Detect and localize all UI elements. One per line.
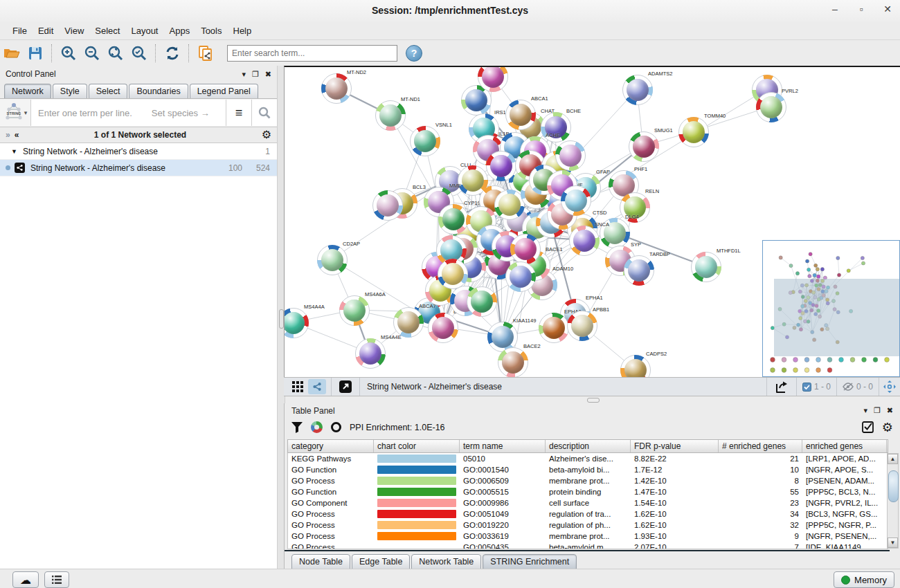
- network-node-mt-nd2[interactable]: MT-ND2: [321, 73, 352, 104]
- table-vertical-scrollbar[interactable]: ▲ ▼: [887, 453, 899, 549]
- tab-style[interactable]: Style: [53, 84, 87, 98]
- collapse-triangle-icon[interactable]: ▼: [11, 148, 17, 155]
- network-node-smug1[interactable]: SMUG1: [629, 131, 659, 162]
- selected-checkbox-icon[interactable]: [802, 383, 811, 392]
- cloud-tasks-button[interactable]: ☁: [12, 571, 39, 588]
- network-node-bin1[interactable]: BIN1: [428, 313, 458, 343]
- network-node-tardbp[interactable]: TARDBP: [624, 255, 654, 286]
- table-row[interactable]: GO ProcessGO:0019220regulation of ph...1…: [288, 520, 888, 531]
- network-node-abca7[interactable]: ABCA7: [393, 307, 424, 338]
- table-row[interactable]: GO ProcessGO:0006509membrane prot...1.42…: [288, 475, 888, 486]
- panel-float-icon[interactable]: ❐: [874, 406, 881, 415]
- network-node-snca[interactable]: SNCA: [569, 226, 600, 256]
- select-columns-icon[interactable]: [862, 421, 874, 433]
- export-network-button[interactable]: [772, 379, 791, 394]
- ring-chart-icon[interactable]: [331, 422, 341, 432]
- network-node[interactable]: [372, 190, 403, 221]
- column-header-enriched-genes[interactable]: enriched genes: [802, 440, 887, 452]
- tab-edge-table[interactable]: Edge Table: [352, 554, 410, 569]
- string-options-button[interactable]: ≡: [226, 100, 251, 126]
- network-collection-row[interactable]: ▼ String Network - Alzheimer's disease 1: [0, 143, 277, 160]
- network-node-pvrl2[interactable]: PVRL2: [756, 92, 786, 122]
- table-row[interactable]: GO FunctionGO:0005515protein binding1.47…: [288, 486, 888, 497]
- network-node-cyp19a1[interactable]: CYP19A1: [438, 204, 469, 235]
- memory-button[interactable]: Memory: [834, 571, 894, 588]
- collapse-all-icon[interactable]: »: [6, 130, 10, 140]
- table-row[interactable]: GO ProcessGO:0051049regulation of tra...…: [288, 508, 888, 520]
- network-node-apbb1[interactable]: APBB1: [567, 311, 597, 341]
- open-in-browser-button[interactable]: [336, 379, 354, 394]
- network-options-gear-icon[interactable]: ⚙: [262, 129, 271, 140]
- tab-node-table[interactable]: Node Table: [291, 554, 350, 569]
- tab-string-enrichment[interactable]: STRING Enrichment: [483, 554, 577, 569]
- set-species-hint[interactable]: Set species →: [152, 108, 210, 118]
- hidden-eye-icon[interactable]: [843, 383, 854, 391]
- menu-file[interactable]: File: [7, 24, 33, 38]
- string-search-button[interactable]: [251, 100, 277, 126]
- birds-eye-navigator[interactable]: [762, 240, 900, 377]
- network-node[interactable]: [467, 286, 497, 317]
- open-session-button[interactable]: [1, 43, 23, 64]
- network-node-ms4a6a[interactable]: MS4A6A: [339, 295, 370, 326]
- menu-select[interactable]: Select: [89, 24, 125, 38]
- table-settings-gear-icon[interactable]: ⚙: [882, 421, 893, 434]
- help-button[interactable]: ?: [406, 45, 422, 62]
- zoom-in-button[interactable]: [57, 43, 80, 64]
- network-node-epha3[interactable]: EPHA3: [539, 313, 569, 343]
- network-canvas[interactable]: MT-ND2MT-ND1VSNL1GAB2ADAMTS2PVRL2SMUG1TO…: [284, 66, 900, 377]
- scrollbar-thumb[interactable]: [888, 470, 899, 502]
- menu-help[interactable]: Help: [228, 24, 258, 38]
- search-input[interactable]: [227, 45, 397, 62]
- column-header-category[interactable]: category: [288, 440, 374, 452]
- network-node-vsnl1[interactable]: VSNL1: [410, 126, 440, 156]
- filter-funnel-icon[interactable]: [291, 422, 303, 433]
- refresh-button[interactable]: [161, 43, 183, 64]
- network-node[interactable]: [486, 151, 516, 181]
- tab-network[interactable]: Network: [4, 84, 51, 98]
- panel-close-icon[interactable]: ✖: [887, 406, 893, 415]
- scroll-down-icon[interactable]: ▼: [888, 538, 898, 548]
- tab-network-table[interactable]: Network Table: [411, 554, 481, 569]
- zoom-fit-button[interactable]: [105, 43, 127, 64]
- network-node-mthfd1l[interactable]: MTHFD1L: [691, 252, 721, 282]
- grid-view-button[interactable]: [289, 379, 307, 394]
- network-node-adamts2[interactable]: ADAMTS2: [622, 75, 653, 105]
- navigator-viewport-rect[interactable]: [774, 279, 899, 356]
- maximize-icon[interactable]: ▫: [856, 3, 867, 15]
- menu-tools[interactable]: Tools: [195, 24, 227, 38]
- table-row[interactable]: GO ProcessGO:0050435beta-amyloid m...2.0…: [288, 542, 888, 549]
- network-node-tomm40[interactable]: TOMM40: [678, 117, 709, 147]
- network-row-selected[interactable]: String Network - Alzheimer's disease 100…: [0, 160, 277, 176]
- enrichment-chart-icon[interactable]: [311, 421, 323, 433]
- horizontal-splitter-grip[interactable]: [587, 398, 600, 403]
- string-query-input[interactable]: Enter one term per line. Set species →: [31, 100, 226, 126]
- panel-float-icon[interactable]: ❐: [252, 70, 259, 79]
- column-header-chart-color[interactable]: chart color: [374, 440, 460, 452]
- network-node-mt-nd1[interactable]: MT-ND1: [375, 100, 406, 131]
- close-icon[interactable]: ✕: [882, 3, 893, 15]
- column-header-term-name[interactable]: term name: [460, 440, 546, 452]
- network-node[interactable]: [555, 140, 586, 171]
- menu-apps[interactable]: Apps: [164, 24, 196, 38]
- column-header-FDR-p-value[interactable]: FDR p-value: [631, 440, 719, 452]
- network-node[interactable]: [561, 185, 591, 216]
- zoom-selected-button[interactable]: [128, 43, 150, 64]
- panel-close-icon[interactable]: ✖: [265, 70, 271, 79]
- scroll-up-icon[interactable]: ▲: [888, 454, 898, 464]
- tab-boundaries[interactable]: Boundaries: [129, 84, 188, 98]
- network-node-ms4a4e[interactable]: MS4A4E: [355, 338, 386, 369]
- network-node[interactable]: [510, 234, 541, 264]
- panel-menu-icon[interactable]: ▾: [863, 406, 867, 415]
- tab-select[interactable]: Select: [89, 84, 128, 98]
- table-row[interactable]: GO FunctionGO:0001540beta-amyloid bi...1…: [288, 464, 888, 475]
- save-session-button[interactable]: [24, 43, 46, 64]
- menu-view[interactable]: View: [59, 24, 89, 38]
- network-from-clipboard-button[interactable]: [195, 43, 217, 64]
- network-node[interactable]: [438, 259, 468, 289]
- menu-edit[interactable]: Edit: [33, 24, 59, 38]
- network-node-abca1[interactable]: ABCA1: [505, 100, 536, 130]
- network-node[interactable]: [505, 261, 536, 292]
- table-row[interactable]: GO ProcessGO:0033619membrane prot...1.93…: [288, 531, 888, 542]
- menu-layout[interactable]: Layout: [125, 24, 163, 38]
- column-header-description[interactable]: description: [546, 440, 631, 452]
